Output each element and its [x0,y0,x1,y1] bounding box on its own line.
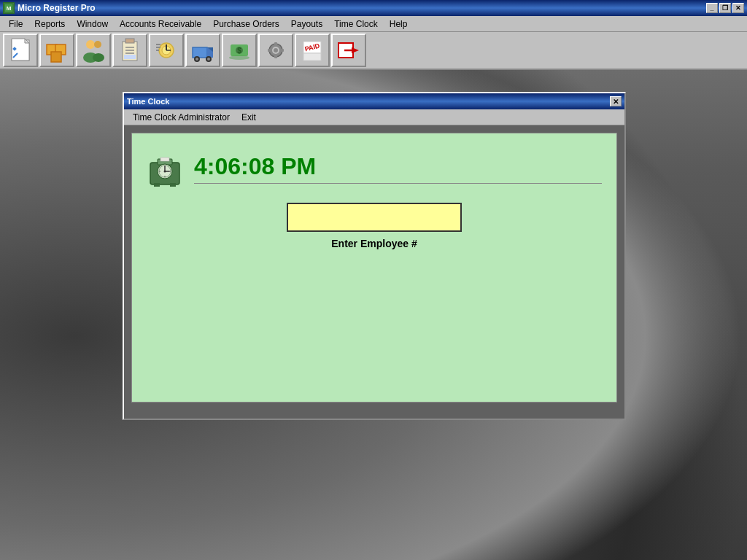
dialog-top-row: 4:06:08 PM [147,148,602,188]
title-bar-buttons: _ ❐ ✕ [706,3,744,13]
employee-number-input[interactable] [287,203,462,232]
menu-item-window[interactable]: Window [71,18,114,31]
toolbar-clipboard-button[interactable] [112,34,147,67]
svg-point-16 [93,53,104,62]
svg-point-13 [86,40,95,49]
dialog-title-bar: Time Clock ✕ [124,93,624,109]
dialog-menu-administrator[interactable]: Time Clock Administrator [127,111,236,124]
app-icon: M [3,2,15,14]
menu-item-accounts-receivable[interactable]: Accounts Receivable [114,18,207,31]
restore-button[interactable]: ❐ [719,3,731,13]
menu-item-reports[interactable]: Reports [28,18,71,31]
menu-bar: File Reports Window Accounts Receivable … [0,16,747,32]
time-display: 4:06:08 PM [194,153,602,184]
svg-rect-22 [124,55,136,59]
minimize-button[interactable]: _ [706,3,718,13]
svg-rect-56 [160,158,169,161]
svg-point-40 [229,55,249,60]
svg-point-36 [207,58,210,61]
toolbar-purchase-orders-button[interactable] [185,34,220,67]
toolbar-customers-button[interactable] [76,34,111,67]
svg-rect-46 [268,49,271,52]
toolbar-exit-button[interactable] [331,34,366,67]
dialog-close-button[interactable]: ✕ [610,96,622,106]
toolbar-new-button[interactable] [3,34,38,67]
dialog-content: 4:06:08 PM Enter Employee # [131,133,617,402]
svg-rect-66 [154,183,160,187]
toolbar-payouts-button[interactable]: $ [222,34,257,67]
svg-rect-44 [274,42,277,45]
svg-text:$: $ [237,47,241,55]
menu-item-time-clock[interactable]: Time Clock [328,18,384,31]
time-clock-dialog: Time Clock ✕ Time Clock Administrator Ex… [123,92,626,420]
svg-rect-47 [281,49,284,52]
svg-point-43 [274,48,278,52]
main-area: Time Clock ✕ Time Clock Administrator Ex… [0,70,747,560]
svg-point-14 [94,41,101,48]
svg-rect-49 [303,53,321,61]
menu-item-file[interactable]: File [3,18,28,31]
toolbar-reports-button[interactable] [149,34,184,67]
svg-point-61 [164,171,166,173]
menu-item-payouts[interactable]: Payouts [285,18,328,31]
svg-rect-18 [125,39,134,43]
time-clock-icon [147,148,187,188]
toolbar-settings-button[interactable] [258,34,293,67]
close-button[interactable]: ✕ [732,3,744,13]
title-bar: M Micro Register Pro _ ❐ ✕ [0,0,747,16]
employee-label: Enter Employee # [331,238,417,249]
menu-item-purchase-orders[interactable]: Purchase Orders [207,18,285,31]
menu-item-help[interactable]: Help [384,18,414,31]
dialog-title: Time Clock [127,97,170,106]
svg-rect-45 [274,55,277,58]
svg-point-34 [196,58,198,61]
toolbar: $ PAID [0,32,747,70]
svg-rect-67 [170,183,176,187]
app-title: Micro Register Pro [18,3,96,13]
toolbar-open-button[interactable] [39,34,74,67]
dialog-menu-exit[interactable]: Exit [236,111,262,124]
svg-rect-30 [193,47,207,58]
toolbar-paid-button[interactable]: PAID [295,34,330,67]
title-bar-left: M Micro Register Pro [3,2,96,14]
dialog-menu: Time Clock Administrator Exit [124,109,624,125]
svg-text:M: M [7,5,12,12]
svg-rect-12 [51,52,61,62]
